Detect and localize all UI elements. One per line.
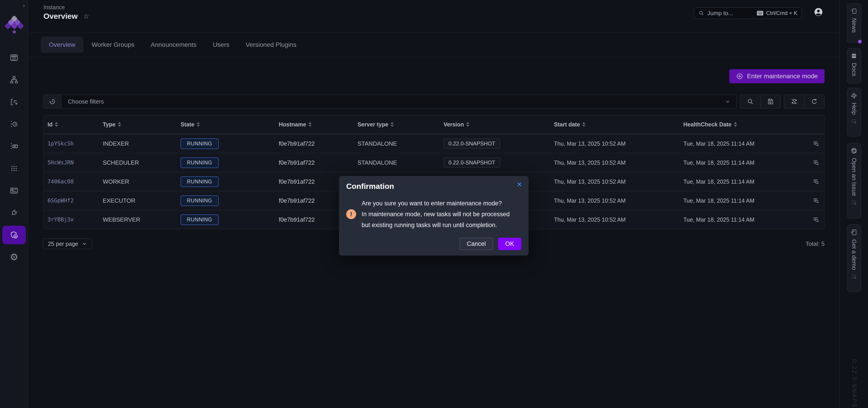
sidebar-item-kv-store[interactable] bbox=[0, 157, 28, 180]
open-in-new-icon bbox=[851, 274, 857, 280]
user-avatar[interactable] bbox=[814, 7, 823, 17]
sitemap-icon bbox=[10, 75, 18, 84]
row-logs-button[interactable] bbox=[799, 178, 819, 185]
state-badge[interactable]: RUNNING bbox=[181, 195, 219, 206]
sidebar-item-dashboards[interactable] bbox=[0, 46, 28, 69]
refresh-icon bbox=[811, 98, 818, 105]
state-badge[interactable]: RUNNING bbox=[181, 138, 219, 149]
left-sidebar: › bbox=[0, 0, 28, 408]
col-header-type[interactable]: Type bbox=[103, 121, 181, 128]
sort-icon bbox=[55, 122, 58, 127]
sidebar-item-plugins[interactable] bbox=[0, 202, 28, 224]
search-placeholder: Jump to... bbox=[707, 10, 753, 17]
ok-button[interactable]: OK bbox=[498, 238, 521, 250]
col-header-id[interactable]: Id bbox=[48, 121, 103, 128]
cell-hostname: f0e7b91af722 bbox=[279, 140, 358, 147]
rail-tab-news[interactable]: News bbox=[847, 3, 861, 43]
tab-announcements[interactable]: Announcements bbox=[143, 37, 205, 53]
row-logs-button[interactable] bbox=[799, 159, 819, 166]
cell-id[interactable]: 5HcWsJRN bbox=[48, 159, 103, 166]
cell-start-date: Thu, Mar 13, 2025 10:52 AM bbox=[554, 216, 683, 223]
cell-server-type: STANDALONE bbox=[358, 140, 443, 147]
cell-id[interactable]: 6SGpWHf2 bbox=[48, 197, 103, 204]
sidebar-item-executions[interactable] bbox=[0, 91, 28, 113]
sidebar-item-flows[interactable] bbox=[0, 69, 28, 91]
tab-worker-groups[interactable]: Worker Groups bbox=[84, 37, 143, 53]
tab-overview[interactable]: Overview bbox=[41, 37, 84, 53]
keyboard-icon bbox=[757, 10, 764, 16]
cell-type: EXECUTOR bbox=[103, 197, 181, 204]
cell-healthcheck-date: Tue, Mar 18, 2025 11:14 AM bbox=[683, 179, 799, 185]
rail-tab-docs[interactable]: Docs bbox=[847, 48, 861, 84]
close-icon[interactable]: ✕ bbox=[517, 181, 522, 188]
cell-healthcheck-date: Tue, Mar 18, 2025 11:14 AM bbox=[683, 159, 799, 166]
cell-id[interactable]: 3rYBBj3x bbox=[48, 216, 103, 223]
cancel-button[interactable]: Cancel bbox=[460, 238, 493, 250]
table-row[interactable]: 1pYSkc5h INDEXER RUNNING f0e7b91af722 ST… bbox=[43, 134, 824, 153]
sidebar-item-blueprints[interactable] bbox=[0, 180, 28, 202]
enter-maintenance-button[interactable]: Enter maintenance mode bbox=[729, 69, 825, 83]
filter-search-button[interactable] bbox=[740, 95, 760, 108]
per-page-value: 25 per page bbox=[48, 241, 78, 247]
filter-history-button[interactable] bbox=[43, 95, 62, 108]
filter-input[interactable]: Choose filters bbox=[43, 95, 737, 108]
sidebar-item-administration[interactable] bbox=[0, 224, 28, 246]
rail-tab-label: Get a demo bbox=[850, 239, 858, 270]
rail-tab-get-demo[interactable]: Get a demo bbox=[847, 224, 861, 292]
open-in-new-icon bbox=[851, 200, 857, 206]
timeline-text-icon bbox=[10, 142, 18, 151]
topbar: Instance Overview ☆ Jump to... bbox=[28, 0, 839, 33]
sidebar-item-namespaces[interactable] bbox=[0, 135, 28, 157]
right-rail: News Docs Help bbox=[839, 0, 868, 408]
row-logs-button[interactable] bbox=[799, 140, 819, 147]
cell-type: INDEXER bbox=[103, 140, 181, 147]
col-header-healthcheck[interactable]: HealthCheck Date bbox=[683, 121, 799, 128]
row-logs-button[interactable] bbox=[799, 197, 819, 204]
cell-type: WEBSERVER bbox=[103, 216, 181, 223]
kestra-logo[interactable] bbox=[5, 16, 23, 34]
message-icon bbox=[850, 8, 857, 14]
col-header-version[interactable]: Version bbox=[443, 121, 554, 128]
sort-icon bbox=[466, 122, 469, 127]
favorite-star-icon[interactable]: ☆ bbox=[83, 12, 89, 20]
col-header-start-date[interactable]: Start date bbox=[554, 121, 683, 128]
rail-tab-open-issue[interactable]: Open an Issue bbox=[847, 143, 861, 218]
col-header-hostname[interactable]: Hostname bbox=[279, 121, 358, 128]
cell-id[interactable]: 1pYSkc5h bbox=[48, 140, 103, 147]
sort-icon bbox=[118, 122, 121, 127]
cell-id[interactable]: 7406ac08 bbox=[48, 179, 103, 185]
view-dashboard-icon bbox=[10, 53, 18, 62]
table-row[interactable]: 5HcWsJRN SCHEDULER RUNNING f0e7b91af722 … bbox=[43, 153, 824, 172]
row-logs-button[interactable] bbox=[799, 216, 819, 223]
jump-to-search[interactable]: Jump to... Ctrl/Cmd + K bbox=[694, 7, 802, 19]
sidebar-item-logs[interactable] bbox=[0, 113, 28, 135]
sort-icon bbox=[734, 122, 737, 127]
rail-tab-help[interactable]: Help bbox=[847, 88, 861, 136]
sidebar-nav: ⚙ bbox=[0, 46, 28, 268]
chevron-down-icon[interactable] bbox=[724, 98, 731, 105]
refresh-button[interactable] bbox=[804, 95, 824, 108]
breadcrumb[interactable]: Instance bbox=[43, 4, 65, 11]
cell-start-date: Thu, Mar 13, 2025 10:52 AM bbox=[554, 179, 683, 185]
cog-icon: ⚙ bbox=[10, 252, 18, 262]
col-header-server-type[interactable]: Server type bbox=[358, 121, 443, 128]
cell-start-date: Thu, Mar 13, 2025 10:52 AM bbox=[554, 159, 683, 166]
state-badge[interactable]: RUNNING bbox=[181, 157, 219, 168]
state-badge[interactable]: RUNNING bbox=[181, 177, 219, 187]
state-badge[interactable]: RUNNING bbox=[181, 214, 219, 225]
tab-versioned-plugins[interactable]: Versioned Plugins bbox=[238, 37, 305, 53]
sidebar-collapse-icon[interactable]: › bbox=[23, 2, 25, 9]
per-page-select[interactable]: 25 per page bbox=[43, 239, 92, 249]
cell-healthcheck-date: Tue, Mar 18, 2025 11:14 AM bbox=[683, 140, 799, 147]
col-header-state[interactable]: State bbox=[181, 121, 279, 128]
modal-title: Confirmation bbox=[346, 182, 521, 191]
tab-users[interactable]: Users bbox=[205, 37, 237, 53]
auto-refresh-off-button[interactable] bbox=[784, 95, 804, 108]
sort-icon bbox=[308, 122, 312, 127]
sidebar-item-settings[interactable]: ⚙ bbox=[0, 246, 28, 268]
history-icon bbox=[49, 98, 56, 105]
modal-message: Are you sure you want to enter maintenan… bbox=[362, 198, 509, 230]
save-filter-button[interactable] bbox=[760, 95, 780, 108]
logo-dot bbox=[13, 30, 16, 33]
cell-healthcheck-date: Tue, Mar 18, 2025 11:14 AM bbox=[683, 197, 799, 204]
